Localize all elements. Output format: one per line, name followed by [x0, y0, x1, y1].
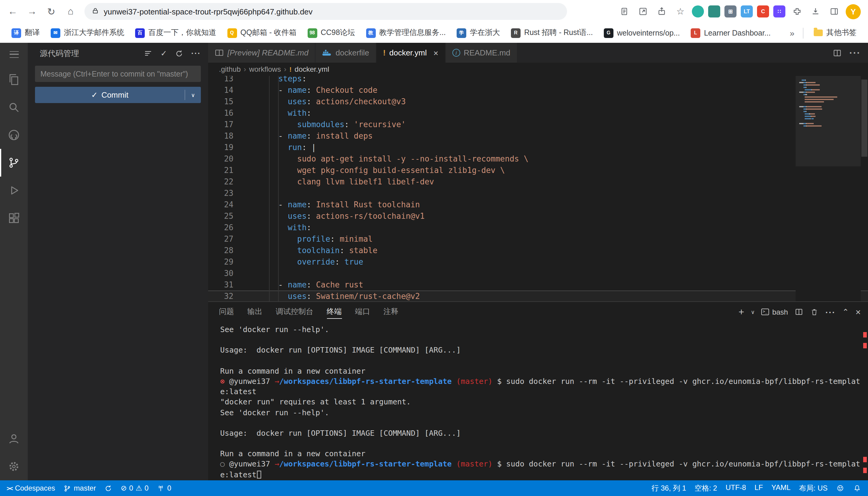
- zju-mail-bookmark[interactable]: ✉浙江大学邮件系统: [45, 26, 130, 40]
- tab-readme[interactable]: i README.md: [446, 43, 518, 63]
- open-in-app-icon[interactable]: [636, 4, 650, 19]
- downloads-icon[interactable]: [808, 4, 823, 19]
- extensions-puzzle-icon[interactable]: [790, 4, 804, 19]
- panel-tab-problems[interactable]: 问题: [219, 302, 234, 322]
- terminal-output[interactable]: See 'docker run --help'.Usage: docker ru…: [208, 322, 868, 480]
- home-button[interactable]: ⌂: [61, 2, 80, 20]
- bookmark-label: QQ邮箱 - 收件箱: [240, 28, 297, 38]
- run-debug-icon: [7, 184, 20, 197]
- maximize-panel-icon[interactable]: ⌃: [842, 307, 849, 316]
- rust-jobs-bookmark[interactable]: RRust 招聘 - Rust语...: [506, 26, 598, 40]
- notifications-button[interactable]: [849, 484, 866, 492]
- share-icon[interactable]: [655, 4, 669, 19]
- other-bookmarks-folder[interactable]: 其他书签: [808, 26, 862, 40]
- terminal-instance-bash[interactable]: >_ bash: [762, 308, 788, 316]
- view-options-icon[interactable]: [144, 49, 153, 58]
- cc98-bookmark[interactable]: 98CC98论坛: [302, 26, 360, 40]
- new-terminal-icon[interactable]: +: [738, 307, 744, 317]
- learner-dashboard-bookmark[interactable]: LLearner Dashboar...: [685, 26, 776, 40]
- feedback-smiley-icon: [836, 484, 844, 492]
- close-panel-icon[interactable]: ×: [855, 307, 861, 317]
- rust-jobs-bookmark-favicon: R: [511, 28, 521, 38]
- panel-tab-output[interactable]: 输出: [247, 302, 263, 322]
- branch-indicator[interactable]: master: [59, 480, 100, 496]
- status-language-mode[interactable]: YAML: [767, 483, 795, 492]
- extension-icon-2[interactable]: [708, 5, 720, 17]
- more-actions-icon[interactable]: ···: [191, 49, 201, 58]
- xuezai-zju-bookmark[interactable]: 学学在浙大: [451, 26, 506, 40]
- terminal-profile-dropdown-icon[interactable]: ∨: [751, 309, 754, 315]
- bookmark-star-icon[interactable]: ☆: [673, 4, 688, 19]
- feedback-button[interactable]: [832, 484, 849, 492]
- breadcrumb-workflows-folder[interactable]: workflows: [249, 65, 281, 74]
- activity-extensions-button[interactable]: [0, 204, 28, 232]
- panel-tab-terminal[interactable]: 终端: [327, 302, 342, 322]
- extension-icon-5[interactable]: C: [757, 5, 769, 17]
- panel-more-actions-icon[interactable]: ···: [825, 307, 836, 317]
- github-repo-bookmark[interactable]: Gweloveinterns/op...: [598, 26, 685, 40]
- address-bar[interactable]: yunwei37-potential-space-trout-rpr5qwj66…: [85, 3, 567, 20]
- url-text[interactable]: yunwei37-potential-space-trout-rpr5qwj66…: [104, 7, 312, 16]
- split-editor-icon[interactable]: [833, 48, 842, 58]
- reading-list-icon[interactable]: [617, 4, 631, 19]
- editor-scrollbar[interactable]: [861, 76, 868, 301]
- status-indentation[interactable]: 空格: 2: [690, 483, 721, 493]
- status-keyboard-layout[interactable]: 布局: US: [795, 483, 832, 493]
- bookmarks-overflow-chevron[interactable]: »: [786, 28, 798, 38]
- editor-more-actions-icon[interactable]: ···: [849, 47, 861, 58]
- breadcrumb-github-folder[interactable]: .github: [219, 65, 241, 74]
- sync-button[interactable]: [100, 480, 116, 496]
- baidu-bookmark[interactable]: 百百度一下，你就知道: [130, 26, 222, 40]
- profile-avatar[interactable]: Y: [846, 4, 861, 19]
- terminal-line: e:latest: [220, 386, 868, 397]
- commit-message-input[interactable]: [35, 66, 201, 82]
- check-icon: ✓: [91, 90, 98, 99]
- panel-tab-debug-console[interactable]: 调试控制台: [276, 302, 313, 322]
- refresh-button[interactable]: ↻: [42, 2, 60, 20]
- code-editor[interactable]: 13 steps:14 - name: Checkout code15 uses…: [208, 76, 868, 301]
- activity-search-button[interactable]: [0, 93, 28, 121]
- activity-run-debug-button[interactable]: [0, 176, 28, 204]
- status-encoding[interactable]: UTF-8: [721, 483, 750, 492]
- bookmark-label: 浙江大学邮件系统: [64, 28, 124, 38]
- menu-button[interactable]: [0, 43, 28, 66]
- commit-check-icon[interactable]: ✓: [161, 49, 167, 58]
- code-line-17: 17 submodules: 'recursive': [208, 119, 868, 130]
- teaching-admin-bookmark[interactable]: 教教学管理信息服务...: [360, 26, 451, 40]
- activity-github-button[interactable]: [0, 121, 28, 149]
- forward-button[interactable]: →: [23, 2, 41, 20]
- status-cursor-position[interactable]: 行 36, 列 1: [647, 483, 690, 493]
- settings-button[interactable]: [0, 453, 28, 480]
- remote-indicator[interactable]: >< Codespaces: [2, 480, 59, 496]
- minimap[interactable]: [796, 76, 861, 301]
- back-button[interactable]: ←: [4, 2, 22, 20]
- close-tab-icon[interactable]: ×: [433, 48, 438, 58]
- qq-mail-bookmark[interactable]: QQQ邮箱 - 收件箱: [222, 26, 302, 40]
- tab-preview-readme[interactable]: [Preview] README.md: [208, 43, 316, 63]
- commit-dropdown-button[interactable]: ∨: [185, 92, 201, 98]
- activity-explorer-button[interactable]: [0, 66, 28, 93]
- languagetool-extension-icon[interactable]: LT: [741, 5, 753, 17]
- account-button[interactable]: [0, 425, 28, 453]
- tab-dockerfile[interactable]: dockerfile: [316, 43, 376, 63]
- side-panel-icon[interactable]: [827, 4, 841, 19]
- problems-indicator[interactable]: ⊘0 ⚠0: [116, 480, 153, 496]
- extension-icon-3[interactable]: ⊞: [724, 5, 736, 17]
- ports-indicator[interactable]: 0: [153, 480, 176, 496]
- breadcrumb-file[interactable]: docker.yml: [295, 65, 329, 74]
- panel-tab-ports[interactable]: 端口: [355, 302, 370, 322]
- split-terminal-icon[interactable]: [795, 307, 804, 316]
- kill-terminal-icon[interactable]: [810, 308, 819, 316]
- panel-tab-comments[interactable]: 注释: [383, 302, 399, 322]
- commit-button[interactable]: ✓Commit ∨: [35, 87, 201, 103]
- scrollbar-thumb[interactable]: [862, 80, 867, 157]
- activity-source-control-button[interactable]: [0, 149, 28, 176]
- bell-icon: [853, 484, 862, 492]
- translate-bookmark[interactable]: 译翻译: [6, 26, 45, 40]
- extension-icon-6[interactable]: ∷: [773, 5, 785, 17]
- refresh-icon[interactable]: [175, 49, 183, 58]
- panel-tabs: 问题输出调试控制台终端端口注释: [219, 302, 412, 322]
- status-eol[interactable]: LF: [750, 483, 767, 492]
- tab-docker-yml[interactable]: ! docker.yml ×: [376, 43, 446, 63]
- extension-icon-1[interactable]: [692, 5, 704, 17]
